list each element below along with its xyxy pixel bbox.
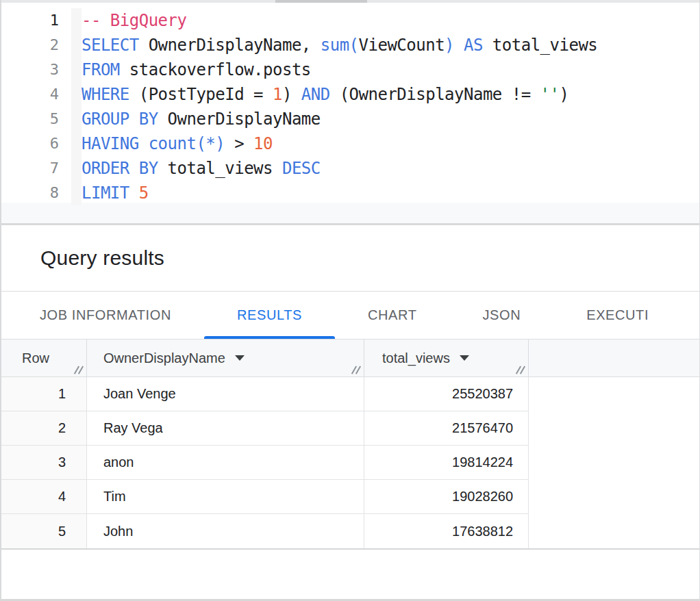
code-token: WHERE (82, 85, 129, 104)
code-token: AND (301, 85, 330, 104)
code-token: ) (560, 85, 569, 104)
line-number: 5 (1, 107, 59, 131)
column-resize-handle[interactable] (74, 366, 83, 374)
code-token (139, 134, 149, 153)
cell-row-number: 1 (1, 377, 87, 411)
code-token: (PostTypeId = (129, 85, 273, 104)
code-line[interactable]: -- BigQuery (82, 8, 699, 33)
code-line[interactable]: LIMIT 5 (82, 181, 699, 205)
line-number: 4 (1, 82, 59, 107)
table-body: 1Joan Venge255203872Ray Vega215764703ano… (1, 377, 699, 548)
column-header-label: total_views (382, 350, 450, 366)
tab-label: JOB INFORMATION (40, 307, 171, 323)
tab-executi[interactable]: EXECUTI (553, 292, 682, 339)
line-number: 3 (1, 57, 59, 82)
active-tab-indicator (204, 336, 335, 339)
tab-chart[interactable]: CHART (335, 292, 450, 339)
code-token (454, 36, 464, 55)
cell-total-views: 25520387 (364, 377, 529, 411)
column-header-label: Row (22, 350, 49, 366)
tab-results[interactable]: RESULTS (204, 292, 335, 339)
code-token (129, 183, 139, 203)
code-line[interactable]: SELECT OwnerDisplayName, sum(ViewCount) … (82, 33, 699, 57)
cell-owner-display-name: Joan Venge (87, 377, 364, 411)
code-token: OwnerDisplayName (158, 110, 321, 129)
code-token: 1 (273, 85, 282, 104)
tab-label: JSON (482, 307, 521, 323)
tab-label: RESULTS (237, 307, 302, 323)
code-token: sum( (321, 36, 359, 55)
table-row: 2Ray Vega21576470 (1, 411, 529, 446)
cell-owner-display-name: Tim (87, 480, 364, 513)
table-header-row: RowOwnerDisplayNametotal_views (1, 340, 699, 377)
editor-decoration-strip (71, 8, 82, 205)
table-row: 4Tim19028260 (1, 480, 529, 514)
code-token: ) (282, 85, 301, 104)
column-resize-handle[interactable] (516, 366, 525, 374)
tab-label: CHART (368, 307, 417, 323)
code-line[interactable]: FROM stackoverflow.posts (82, 57, 699, 82)
code-token: '' (540, 85, 560, 104)
cell-row-number: 4 (1, 480, 87, 513)
sort-dropdown-icon[interactable] (460, 355, 469, 361)
code-token: ViewCount (359, 36, 445, 55)
sql-editor[interactable]: 12345678 -- BigQuerySELECT OwnerDisplayN… (1, 3, 699, 203)
bigquery-results-page: 12345678 -- BigQuerySELECT OwnerDisplayN… (0, 0, 700, 601)
code-token: ORDER BY (82, 159, 158, 178)
editor-gutter: 12345678 (1, 8, 71, 203)
code-token: (OwnerDisplayName != (330, 85, 540, 104)
line-number: 2 (1, 33, 59, 57)
code-token: GROUP BY (82, 110, 158, 129)
column-resize-handle[interactable] (351, 366, 360, 374)
code-token: total_views (158, 159, 282, 178)
cell-total-views: 19028260 (364, 480, 529, 513)
cell-row-number: 2 (1, 411, 87, 445)
code-token: AS (464, 36, 483, 55)
table-row: 3anon19814224 (1, 446, 529, 480)
tab-label: EXECUTI (586, 307, 649, 323)
code-token: HAVING (82, 134, 139, 153)
cell-total-views: 21576470 (364, 411, 529, 445)
column-header-label: OwnerDisplayName (103, 350, 225, 366)
tab-json[interactable]: JSON (449, 292, 553, 339)
results-tabbar: JOB INFORMATIONRESULTSCHARTJSONEXECUTI (1, 292, 699, 339)
cell-total-views: 19814224 (364, 446, 529, 479)
table-row: 5John17638812 (1, 514, 529, 548)
code-token: -- BigQuery (82, 11, 186, 30)
column-header-row: Row (1, 340, 87, 376)
column-header-filler (529, 340, 699, 376)
cell-owner-display-name: John (87, 514, 364, 548)
line-number: 7 (1, 156, 59, 181)
code-token: OwnerDisplayName, (139, 36, 321, 55)
code-token: count(*) (149, 134, 225, 153)
query-results-header: Query results (1, 225, 699, 291)
tab-job-information[interactable]: JOB INFORMATION (7, 292, 204, 339)
code-line[interactable]: HAVING count(*) > 10 (82, 131, 699, 156)
editor-lines[interactable]: -- BigQuerySELECT OwnerDisplayName, sum(… (82, 8, 699, 203)
code-token: stackoverflow.posts (120, 60, 311, 79)
table-row: 1Joan Venge25520387 (1, 377, 529, 411)
cell-total-views: 17638812 (364, 514, 529, 548)
line-number: 6 (1, 131, 59, 156)
page-title: Query results (40, 246, 164, 270)
code-token: FROM (82, 60, 120, 79)
empty-footer-area (1, 550, 699, 598)
line-number: 8 (1, 181, 59, 205)
code-token: DESC (282, 159, 321, 178)
cell-row-number: 3 (1, 446, 87, 479)
code-token: total_views (483, 36, 597, 55)
cell-owner-display-name: Ray Vega (87, 411, 364, 445)
code-line[interactable]: GROUP BY OwnerDisplayName (82, 107, 699, 131)
code-line[interactable]: WHERE (PostTypeId = 1) AND (OwnerDisplay… (82, 82, 699, 107)
sort-dropdown-icon[interactable] (235, 355, 245, 361)
code-token: SELECT (82, 36, 139, 55)
column-header-ownerdisplayname[interactable]: OwnerDisplayName (87, 340, 364, 376)
code-line[interactable]: ORDER BY total_views DESC (82, 156, 699, 181)
code-token: LIMIT (82, 183, 129, 203)
editor-bottom-padding (1, 203, 699, 223)
code-token: 10 (253, 134, 273, 153)
code-token: ) (445, 36, 454, 55)
code-token: 5 (139, 183, 149, 203)
column-header-total-views[interactable]: total_views (364, 340, 529, 376)
line-number: 1 (1, 8, 59, 33)
